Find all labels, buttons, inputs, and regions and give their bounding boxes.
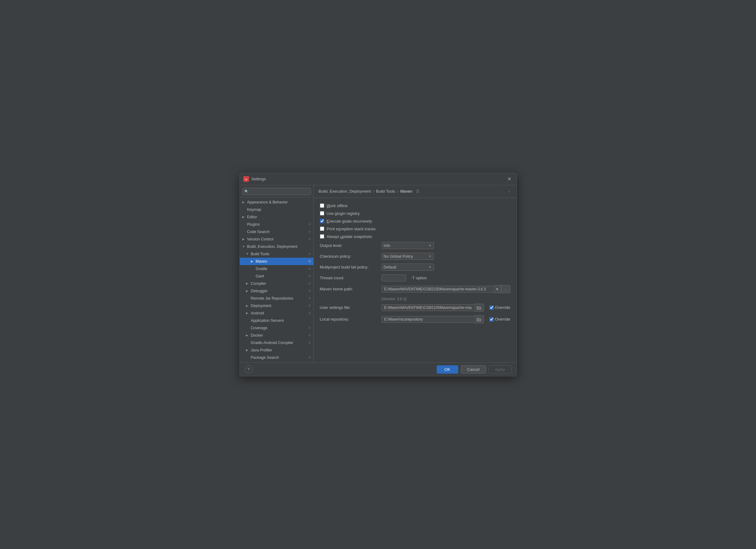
local-repo-override-checkbox[interactable] [489,317,494,322]
local-repo-input[interactable] [382,316,474,323]
execute-goals-label[interactable]: Execute goals recursively [320,219,372,223]
use-plugin-registry-text: Use plugin registry [327,211,360,216]
print-exception-checkbox[interactable] [320,227,324,231]
output-level-row: Output level: Quiet Info Debug ▼ [320,242,510,249]
sidebar-item-gradleandroid[interactable]: Gradle-Android Compiler ⚙ [240,339,313,346]
sidebar-item-maven[interactable]: ▶ Maven ⚙ [240,258,313,265]
gear-icon: ⚙ [308,341,311,344]
t-option-label: -T option [411,276,427,280]
maven-home-browse-button[interactable]: … [501,285,510,293]
sidebar-item-appservers[interactable]: Application Servers [240,317,313,324]
work-offline-text: Work offline [327,203,348,208]
nav-back-button[interactable]: ‹ [501,188,506,195]
local-repo-row: Local repository: Override [320,315,510,323]
always-update-row: Always update snapshots [320,234,510,239]
always-update-checkbox[interactable] [320,234,324,239]
sidebar-item-label: Editor [247,215,257,219]
execute-goals-checkbox[interactable] [320,219,324,223]
sidebar-item-coverage[interactable]: Coverage ⚙ [240,324,313,332]
sidebar-item-keymap[interactable]: Keymap [240,206,313,213]
gear-icon: ⚙ [308,311,311,315]
multiproject-policy-row: Multiproject build fail policy: Default … [320,264,510,271]
override-label: Override [495,305,510,310]
apply-button[interactable]: Apply [488,365,512,374]
output-level-select[interactable]: Quiet Info Debug [382,242,434,249]
sidebar-item-appearance[interactable]: ▶ Appearance & Behavior [240,199,313,206]
sidebar-item-label: Java Profiler [251,348,272,352]
search-box: 🔍 [240,185,313,197]
cancel-button[interactable]: Cancel [461,365,486,374]
sidebar-item-codesearch[interactable]: Code Search ⚙ [240,228,313,236]
multiproject-policy-select[interactable]: Default Never At End Immediately [382,264,434,271]
help-button[interactable]: ? [245,365,253,373]
sidebar-item-label: Build Tools [251,252,269,256]
sidebar-item-buildexec[interactable]: ▼ Build, Execution, Deployment [240,243,313,250]
local-repo-label: Local repository: [320,317,378,322]
breadcrumb-current: Maven [400,189,412,194]
sidebar-item-compiler[interactable]: ▶ Compiler ⚙ [240,280,313,287]
sidebar-item-docker[interactable]: ▶ Docker ⚙ [240,332,313,339]
breadcrumb-sep-1: › [373,189,374,194]
user-settings-override-checkbox[interactable] [489,305,494,310]
nav-forward-button[interactable]: › [507,188,512,195]
gear-icon: ⚙ [308,223,311,226]
checksum-policy-select[interactable]: No Global Policy Warn Fail Ignore [382,253,434,260]
sidebar-item-editor[interactable]: ▶ Editor [240,213,313,221]
sidebar-item-label: Compiler [251,281,266,286]
maven-home-dropdown-button[interactable]: ▼ [493,285,501,293]
work-offline-row: Work offline [320,203,510,208]
sidebar-item-debugger[interactable]: ▶ Debugger ⚙ [240,287,313,295]
user-settings-browse-button[interactable] [474,304,484,312]
checksum-policy-select-wrap: No Global Policy Warn Fail Ignore ▼ [382,253,434,260]
use-plugin-registry-label[interactable]: Use plugin registry [320,211,360,216]
chevron-right-icon: ▶ [246,348,250,352]
work-offline-checkbox[interactable] [320,203,324,208]
sidebar-item-label: Build, Execution, Deployment [247,244,297,249]
multiproject-policy-select-wrap: Default Never At End Immediately ▼ [382,264,434,271]
sidebar-item-remotejar[interactable]: Remote Jar Repositories ⚙ [240,295,313,302]
print-exception-label[interactable]: Print exception stack traces [320,227,376,231]
sidebar-item-javaprofiler[interactable]: ▶ Java Profiler [240,346,313,354]
sidebar-item-label: Keymap [247,207,261,212]
sidebar-item-label: Debugger [251,289,268,293]
chevron-right-icon: ▶ [242,200,246,204]
sidebar-item-deployment[interactable]: ▶ Deployment ⚙ [240,302,313,309]
work-offline-label[interactable]: Work offline [320,203,348,208]
maven-home-input[interactable] [382,286,493,293]
always-update-text: Always update snapshots [327,234,372,239]
sidebar: 🔍 ▶ Appearance & Behavior Keymap ▶ [240,185,314,363]
sidebar-item-label: Application Servers [251,318,284,323]
gear-icon: ⚙ [308,237,311,241]
sidebar-item-buildtools[interactable]: ▼ Build Tools ⚙ [240,250,313,258]
use-plugin-registry-checkbox[interactable] [320,211,324,215]
user-settings-input[interactable] [382,304,474,311]
sidebar-item-gant[interactable]: Gant ⚙ [240,272,313,280]
sidebar-item-android[interactable]: ▶ Android ⚙ [240,309,313,317]
sidebar-item-packagesearch[interactable]: Package Search ⚙ [240,354,313,361]
chevron-right-icon: ▶ [246,282,250,285]
close-button[interactable]: ✕ [506,176,513,182]
sidebar-item-label: Gradle-Android Compiler [251,341,293,345]
breadcrumb-part-1: Build, Execution, Deployment [319,189,371,194]
sidebar-item-plugins[interactable]: Plugins ⚙ [240,221,313,228]
local-repo-browse-button[interactable] [474,315,484,323]
gear-icon: ⚙ [308,356,311,359]
footer: ? OK Cancel Apply [240,363,517,376]
ok-button[interactable]: OK [437,365,458,374]
chevron-right-icon: ▶ [246,289,250,293]
sidebar-item-label: Gradle [256,267,268,271]
body: 🔍 ▶ Appearance & Behavior Keymap ▶ [240,185,517,363]
always-update-label[interactable]: Always update snapshots [320,234,372,239]
breadcrumb-menu-icon[interactable]: ☰ [416,189,419,194]
sidebar-item-label: Coverage [251,326,268,330]
sidebar-item-gradle[interactable]: Gradle ⚙ [240,265,313,272]
override-label-2: Override [495,317,510,322]
sidebar-item-label: Deployment [251,304,272,308]
sidebar-item-versioncontrol[interactable]: ▶ Version Control ⚙ [240,236,313,243]
output-level-label: Output level: [320,243,378,248]
breadcrumb-part-2: Build Tools [376,189,395,194]
search-input[interactable] [242,188,311,195]
thread-count-input[interactable] [382,274,406,281]
execute-goals-row: Execute goals recursively [320,219,510,223]
titlebar-left: IJ Settings [243,176,266,182]
